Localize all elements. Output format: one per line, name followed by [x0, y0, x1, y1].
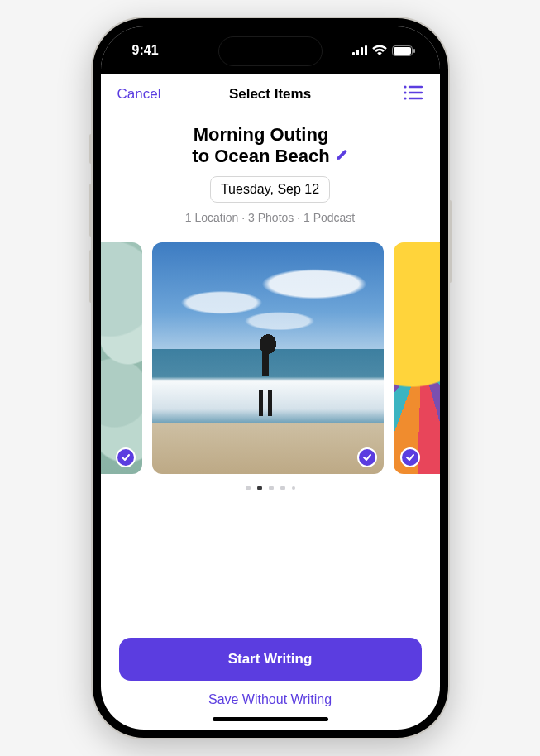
items-summary: 1 Location · 3 Photos · 1 Podcast: [185, 211, 355, 224]
svg-rect-3: [365, 45, 367, 55]
nav-bar: Cancel Select Items: [101, 74, 440, 112]
home-indicator[interactable]: [213, 717, 328, 721]
entry-title-line1: Morning Outing: [194, 124, 329, 145]
side-button: [89, 184, 93, 237]
selected-check-icon[interactable]: [357, 447, 377, 467]
carousel-item[interactable]: [152, 242, 384, 474]
wifi-icon: [372, 45, 387, 55]
dynamic-island: [218, 36, 323, 66]
svg-point-7: [404, 85, 407, 88]
svg-rect-2: [361, 47, 363, 55]
svg-point-11: [404, 97, 407, 99]
svg-rect-0: [352, 52, 355, 55]
selected-check-icon[interactable]: [400, 447, 420, 467]
page-dot: [246, 486, 251, 490]
start-writing-button[interactable]: Start Writing: [119, 638, 422, 681]
status-bar: 9:41: [101, 26, 440, 74]
save-without-writing-link[interactable]: Save Without Writing: [119, 681, 422, 712]
status-time: 9:41: [132, 43, 159, 58]
list-view-icon[interactable]: [403, 84, 423, 104]
cellular-icon: [352, 45, 367, 55]
cancel-button[interactable]: Cancel: [117, 86, 175, 103]
page-dot: [269, 486, 274, 490]
svg-rect-5: [394, 47, 411, 55]
side-button: [89, 134, 93, 164]
screen: 9:41 Cancel Select Items Morning Outing: [101, 26, 440, 730]
battery-icon: [392, 45, 415, 56]
carousel-item[interactable]: [101, 242, 142, 474]
page-dot: [292, 486, 295, 490]
page-title: Select Items: [229, 86, 311, 103]
svg-point-9: [404, 91, 407, 93]
side-button: [89, 250, 93, 303]
side-button: [448, 200, 452, 283]
entry-title-line2: to Ocean Beach: [192, 146, 329, 166]
carousel-item[interactable]: [394, 242, 440, 474]
entry-title-row: Morning Outing to Ocean Beach: [192, 124, 347, 168]
page-dot-active: [257, 486, 262, 490]
page-dot: [280, 486, 285, 490]
pencil-icon[interactable]: [335, 148, 348, 165]
page-dots: [246, 486, 295, 490]
bottom-actions: Start Writing Save Without Writing: [101, 638, 440, 730]
selected-check-icon[interactable]: [116, 447, 136, 467]
content: Morning Outing to Ocean Beach Tuesday, S…: [101, 112, 440, 730]
phone-frame: 9:41 Cancel Select Items Morning Outing: [93, 18, 448, 738]
svg-rect-1: [356, 50, 359, 55]
status-icons: [352, 45, 415, 56]
entry-title: Morning Outing to Ocean Beach: [192, 124, 329, 168]
items-carousel[interactable]: [101, 242, 440, 474]
svg-rect-6: [413, 49, 415, 53]
date-selector[interactable]: Tuesday, Sep 12: [210, 176, 330, 203]
